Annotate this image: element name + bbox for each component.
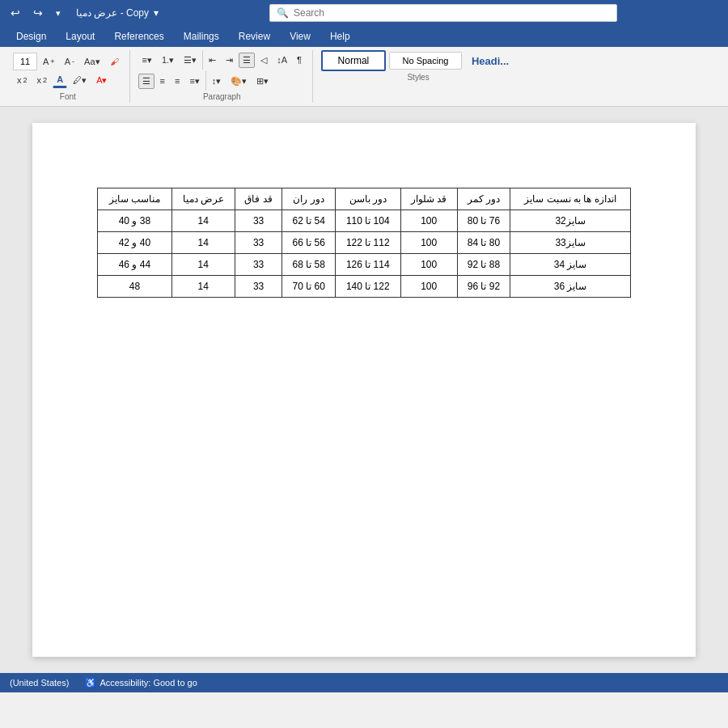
table-cell: 14 — [171, 254, 235, 276]
font-controls: A+ A- Aa▾ 🖌 x2 x2 A 🖊▾ A▾ — [13, 50, 123, 91]
table-cell: 54 تا 62 — [282, 210, 336, 232]
table-header-thigh: دور ران — [282, 188, 336, 210]
styles-group-label: Styles — [407, 73, 429, 82]
paragraph-group: ≡▾ 1.▾ ☰▾ ⇤ ⇥ ☰ ◁ ↕A ¶ ☰ ≡ ≡ ≡▾ — [132, 50, 313, 103]
table-cell: 14 — [171, 276, 235, 298]
table-cell: 14 — [171, 210, 235, 232]
grow-font-button[interactable]: A+ — [39, 54, 59, 69]
accessibility-icon: ♿ — [85, 678, 96, 688]
ribbon-tabs: Design Layout References Mailings Review… — [0, 26, 728, 47]
numbered-list-button[interactable]: 1.▾ — [158, 53, 178, 68]
table-cell: 14 — [171, 232, 235, 254]
table-cell: 58 تا 68 — [282, 254, 336, 276]
table-cell: 40 و 42 — [98, 232, 172, 254]
table-header-suitable: مناسب سایز — [98, 188, 172, 210]
table-row: سایز 36 92 تا 96 100 122 تا 140 60 تا 70… — [98, 276, 631, 298]
tab-view[interactable]: View — [280, 26, 320, 47]
tab-review[interactable]: Review — [229, 26, 280, 47]
customize-qat[interactable]: ▾ — [52, 6, 65, 21]
table-cell: 33 — [235, 276, 282, 298]
subscript-button[interactable]: x2 — [13, 73, 32, 87]
table-cell: 60 تا 70 — [282, 276, 336, 298]
accessibility-text: Accessibility: Good to go — [99, 678, 197, 688]
clear-formatting-button[interactable]: 🖌 — [106, 54, 123, 69]
search-box[interactable]: 🔍 — [269, 4, 617, 22]
border-button[interactable]: ⊞▾ — [252, 74, 273, 89]
line-spacing-button[interactable]: ↕▾ — [208, 74, 226, 89]
table-cell: 88 تا 92 — [457, 254, 510, 276]
table-cell: 48 — [98, 276, 172, 298]
table-header-width: عرض دمیا — [171, 188, 235, 210]
pilcrow-button[interactable]: ¶ — [293, 53, 306, 67]
tab-help[interactable]: Help — [320, 26, 360, 47]
accessibility-status: ♿ Accessibility: Good to go — [85, 678, 197, 688]
table-cell: 100 — [400, 232, 457, 254]
sort-button[interactable]: ☰ — [239, 53, 255, 68]
text-color-button[interactable]: A▾ — [92, 73, 111, 88]
heading-style-button[interactable]: Headi... — [465, 52, 515, 70]
increase-indent-button[interactable]: ⇥ — [222, 53, 237, 68]
table-cell: 100 — [400, 254, 457, 276]
table-header-waist: دور کمر — [457, 188, 510, 210]
table-cell: 104 تا 110 — [335, 210, 400, 232]
table-cell: 100 — [400, 210, 457, 232]
table-cell: 100 — [400, 276, 457, 298]
font-group: A+ A- Aa▾ 🖌 x2 x2 A 🖊▾ A▾ Font — [6, 50, 130, 103]
highlight-button[interactable]: 🖊▾ — [69, 73, 91, 88]
align-right-button[interactable]: ≡ — [171, 74, 184, 88]
undo-button[interactable]: ↩ — [6, 4, 24, 22]
multilevel-list-button[interactable]: ☰▾ — [180, 53, 201, 68]
tab-mailings[interactable]: Mailings — [174, 26, 229, 47]
status-bar: (United States) ♿ Accessibility: Good to… — [0, 673, 728, 692]
table-header-crotch: قد فاق — [235, 188, 282, 210]
decrease-indent-button[interactable]: ⇤ — [205, 53, 220, 68]
title-bar: ↩ ↪ ▾ عرض دمیا - Copy ▾ 🔍 — [0, 0, 728, 26]
table-header-hip: دور باسن — [335, 188, 400, 210]
change-case-button[interactable]: Aa▾ — [80, 54, 104, 70]
table-cell: 33 — [235, 232, 282, 254]
tab-layout[interactable]: Layout — [56, 26, 104, 47]
table-row: سایز33 80 تا 84 100 112 تا 122 56 تا 66 … — [98, 232, 631, 254]
paragraph-controls: ≡▾ 1.▾ ☰▾ ⇤ ⇥ ☰ ◁ ↕A ¶ ☰ ≡ ≡ ≡▾ — [138, 50, 306, 91]
table-cell: 38 و 40 — [98, 210, 172, 232]
table-cell: 56 تا 66 — [282, 232, 336, 254]
table-cell: سایز 34 — [510, 254, 631, 276]
bullet-list-button[interactable]: ≡▾ — [138, 53, 156, 68]
redo-button[interactable]: ↪ — [29, 4, 47, 22]
shading-button[interactable]: 🎨▾ — [226, 74, 251, 89]
size-table: اندازه ها به نسبت سایز دور کمر قد شلوار … — [97, 188, 631, 298]
doc-title-dropdown[interactable]: ▾ — [154, 7, 159, 19]
rtl-button[interactable]: ◁ — [256, 53, 271, 68]
az-sort-button[interactable]: ↕A — [273, 53, 291, 67]
styles-group: Normal No Spacing Headi... Styles — [315, 50, 522, 103]
table-header-size-label: اندازه ها به نسبت سایز — [510, 188, 631, 210]
styles-content: Normal No Spacing Headi... — [321, 50, 515, 71]
table-cell: 122 تا 140 — [335, 276, 400, 298]
tab-references[interactable]: References — [104, 26, 173, 47]
no-spacing-style-button[interactable]: No Spacing — [389, 52, 462, 70]
table-cell: 114 تا 126 — [335, 254, 400, 276]
font-color-button[interactable]: A — [53, 72, 67, 88]
shrink-font-button[interactable]: A- — [61, 54, 78, 69]
table-cell: 112 تا 122 — [335, 232, 400, 254]
table-cell: سایز 36 — [510, 276, 631, 298]
search-area: 🔍 — [165, 4, 722, 22]
table-header-pant-height: قد شلوار — [400, 188, 457, 210]
table-cell: 76 تا 80 — [457, 210, 510, 232]
font-size-input[interactable] — [13, 53, 37, 70]
table-cell: 33 — [235, 210, 282, 232]
align-left-button[interactable]: ☰ — [138, 74, 154, 89]
document-page[interactable]: اندازه ها به نسبت سایز دور کمر قد شلوار … — [32, 123, 696, 657]
table-row: سایز 34 88 تا 92 100 114 تا 126 58 تا 68… — [98, 254, 631, 276]
ribbon-toolbar: A+ A- Aa▾ 🖌 x2 x2 A 🖊▾ A▾ Font ≡▾ — [0, 47, 728, 107]
tab-design[interactable]: Design — [6, 26, 56, 47]
superscript-button[interactable]: x2 — [33, 73, 52, 87]
align-center-button[interactable]: ≡ — [156, 74, 169, 88]
normal-style-button[interactable]: Normal — [321, 50, 386, 71]
justify-button[interactable]: ≡▾ — [185, 74, 203, 89]
table-cell: سایز32 — [510, 210, 631, 232]
title-bar-left: ↩ ↪ ▾ عرض دمیا - Copy ▾ — [6, 4, 159, 22]
table-cell: سایز33 — [510, 232, 631, 254]
search-input[interactable] — [294, 7, 610, 19]
font-group-label: Font — [60, 92, 76, 101]
